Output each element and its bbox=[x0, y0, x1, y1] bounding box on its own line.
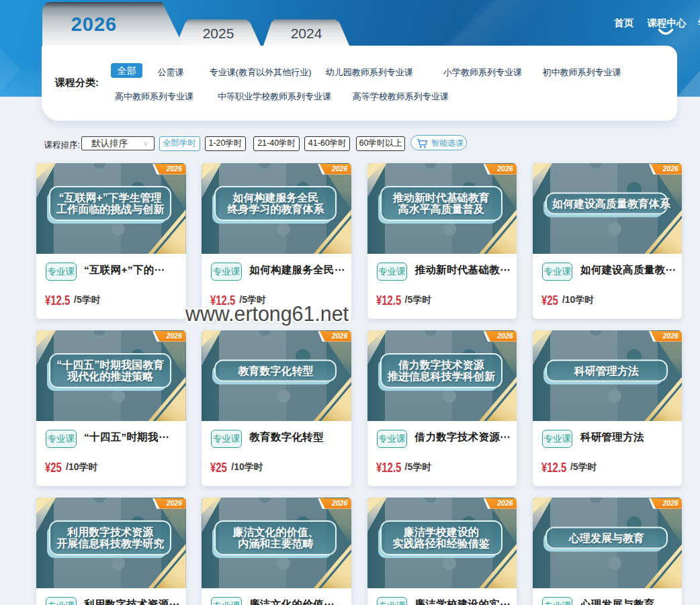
svg-text:www.ertong61.net: www.ertong61.net bbox=[185, 302, 349, 326]
